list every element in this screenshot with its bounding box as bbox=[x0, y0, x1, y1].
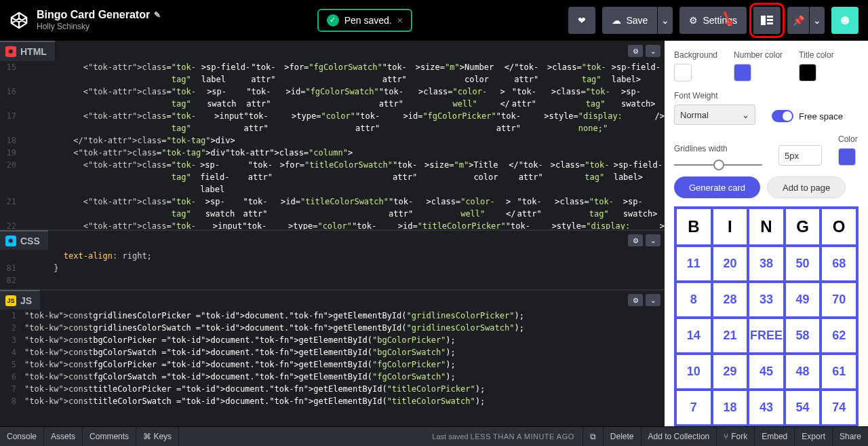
edit-title-icon[interactable]: ✎ bbox=[154, 10, 161, 20]
fork-button[interactable]: ⑂Fork bbox=[716, 427, 754, 446]
pen-title-area: Bingo Card Generator ✎ Holly Schinsky bbox=[37, 9, 161, 31]
generate-card-button[interactable]: Generate card bbox=[674, 176, 760, 198]
change-view-button[interactable] bbox=[753, 7, 781, 34]
cloud-icon: ☁ bbox=[612, 15, 621, 26]
saved-message: Pen saved. bbox=[344, 15, 392, 26]
js-lang-icon: JS bbox=[5, 295, 16, 306]
gridlines-slider[interactable] bbox=[674, 164, 762, 166]
user-avatar[interactable]: ☻ bbox=[831, 7, 859, 34]
html-editor[interactable]: 15 <"tok-attr">class="tok-tag">sp-field-… bbox=[0, 61, 665, 229]
pen-author: Holly Schinsky bbox=[37, 22, 161, 31]
css-chevron-icon[interactable]: ⌄ bbox=[646, 234, 660, 246]
heart-icon: ❤ bbox=[578, 15, 586, 26]
love-button[interactable]: ❤ bbox=[568, 7, 595, 34]
html-settings-icon[interactable]: ⚙ bbox=[628, 45, 643, 57]
bingo-header-cell: I bbox=[712, 208, 749, 246]
bingo-number-cell: 68 bbox=[821, 246, 857, 282]
bingo-header-cell: G bbox=[785, 208, 821, 246]
js-settings-icon[interactable]: ⚙ bbox=[628, 294, 643, 306]
bingo-number-cell: 48 bbox=[785, 354, 821, 390]
font-weight-select[interactable]: Normal⌄ bbox=[674, 105, 755, 125]
add-to-page-button[interactable]: Add to page bbox=[767, 176, 846, 198]
bingo-number-cell: 74 bbox=[821, 390, 857, 426]
bingo-number-cell: 70 bbox=[821, 282, 857, 318]
background-swatch[interactable] bbox=[674, 64, 692, 81]
layout-icon bbox=[761, 16, 773, 25]
codepen-logo-icon bbox=[9, 11, 28, 30]
gridlines-width-label: Gridlines width bbox=[674, 144, 762, 153]
pin-icon: 📌 bbox=[793, 15, 804, 26]
check-icon: ✓ bbox=[327, 14, 339, 26]
bingo-number-cell: 54 bbox=[785, 390, 821, 426]
bingo-number-cell: 14 bbox=[675, 318, 712, 354]
gridline-color-swatch[interactable] bbox=[838, 148, 856, 166]
chevron-down-icon: ⌄ bbox=[661, 15, 669, 26]
embed-button[interactable]: Embed bbox=[754, 427, 794, 446]
svg-rect-1 bbox=[767, 16, 773, 18]
chevron-down-icon: ⌄ bbox=[742, 110, 749, 120]
css-settings-icon[interactable]: ⚙ bbox=[628, 234, 643, 246]
js-chevron-icon[interactable]: ⌄ bbox=[646, 294, 660, 306]
svg-rect-3 bbox=[767, 22, 773, 24]
bingo-number-cell: 49 bbox=[785, 282, 821, 318]
bingo-header-cell: B bbox=[675, 208, 712, 246]
css-lang-icon: ✱ bbox=[5, 236, 16, 246]
css-editor[interactable]: text-align: right;81 }82 bbox=[0, 250, 665, 289]
delete-button[interactable]: Delete bbox=[603, 427, 641, 446]
pin-menu-button[interactable]: ⌄ bbox=[810, 7, 825, 34]
last-saved-status: Last saved LESS THAN A MINUTE AGO bbox=[432, 432, 583, 441]
bingo-header-cell: N bbox=[748, 208, 785, 246]
svg-rect-0 bbox=[761, 16, 766, 25]
avatar-face-icon: ☻ bbox=[837, 12, 852, 28]
bingo-number-cell: 11 bbox=[675, 246, 712, 282]
keys-button[interactable]: ⌘ Keys bbox=[136, 427, 179, 446]
bingo-number-cell: 61 bbox=[821, 354, 857, 390]
bingo-number-cell: 8 bbox=[675, 282, 712, 318]
html-panel-header: ✱HTML ⚙ ⌄ bbox=[0, 41, 665, 61]
popout-icon: ⧉ bbox=[590, 432, 596, 441]
console-button[interactable]: Console bbox=[0, 427, 44, 446]
bingo-number-cell: 58 bbox=[785, 318, 821, 354]
add-to-collection-button[interactable]: Add to Collection bbox=[641, 427, 717, 446]
gridlines-value-input[interactable]: 5px bbox=[778, 145, 822, 166]
bingo-number-cell: 29 bbox=[712, 354, 749, 390]
bingo-number-cell: 45 bbox=[748, 354, 785, 390]
comments-button[interactable]: Comments bbox=[83, 427, 136, 446]
html-chevron-icon[interactable]: ⌄ bbox=[646, 45, 660, 57]
bingo-card: BINGO11203850688283349701421FREE58621029… bbox=[674, 206, 859, 426]
number-color-label: Number color bbox=[734, 50, 783, 60]
font-weight-label: Font Weight bbox=[674, 91, 755, 100]
bingo-number-cell: 28 bbox=[712, 282, 749, 318]
background-label: Background bbox=[674, 50, 717, 60]
share-button[interactable]: Share bbox=[832, 427, 868, 446]
free-space-label: Free space bbox=[799, 111, 843, 122]
export-button[interactable]: Export bbox=[794, 427, 832, 446]
popout-button[interactable]: ⧉ bbox=[583, 427, 603, 446]
pen-saved-pill: ✓ Pen saved. × bbox=[317, 9, 412, 32]
bingo-number-cell: 38 bbox=[748, 246, 785, 282]
save-button[interactable]: ☁Save bbox=[602, 7, 657, 34]
settings-button[interactable]: ⚙Settings bbox=[679, 7, 747, 34]
assets-button[interactable]: Assets bbox=[44, 427, 83, 446]
bingo-number-cell: 33 bbox=[748, 282, 785, 318]
title-color-label: Title color bbox=[799, 50, 834, 60]
gear-icon: ⚙ bbox=[689, 15, 698, 26]
pin-button[interactable]: 📌 bbox=[787, 7, 809, 34]
bingo-number-cell: 50 bbox=[785, 246, 821, 282]
close-icon[interactable]: × bbox=[397, 15, 403, 26]
header: Bingo Card Generator ✎ Holly Schinsky ✓ … bbox=[0, 0, 868, 41]
bingo-number-cell: 10 bbox=[675, 354, 712, 390]
title-color-swatch[interactable] bbox=[799, 64, 816, 81]
free-space-toggle[interactable] bbox=[772, 110, 793, 122]
chevron-down-icon: ⌄ bbox=[813, 15, 821, 26]
js-editor[interactable]: 1"tok-kw">const gridlinesColorPicker = "… bbox=[0, 310, 665, 418]
number-color-swatch[interactable] bbox=[734, 64, 751, 81]
html-lang-icon: ✱ bbox=[5, 46, 16, 57]
bingo-header-cell: O bbox=[821, 208, 857, 246]
svg-rect-2 bbox=[767, 19, 773, 21]
bingo-number-cell: 21 bbox=[712, 318, 749, 354]
bingo-number-cell: 18 bbox=[712, 390, 749, 426]
save-menu-button[interactable]: ⌄ bbox=[658, 7, 673, 34]
pen-title[interactable]: Bingo Card Generator bbox=[37, 9, 150, 21]
js-panel-header: JSJS ⚙ ⌄ bbox=[0, 289, 665, 310]
